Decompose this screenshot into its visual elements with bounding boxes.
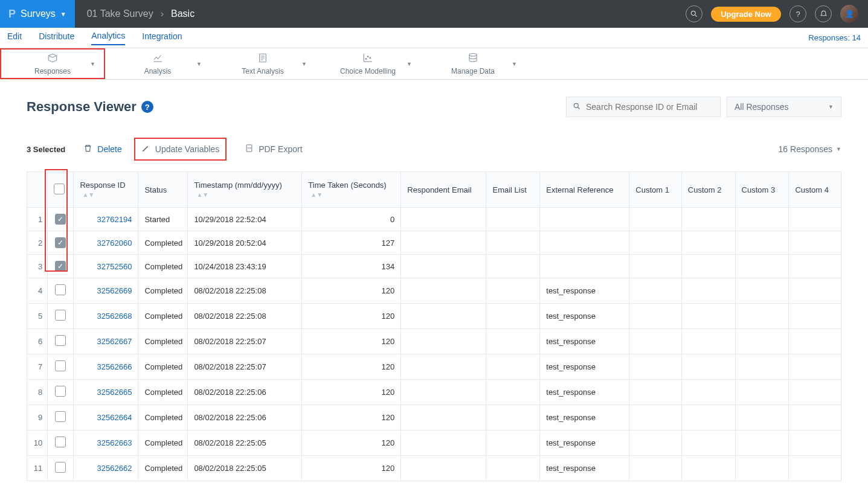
col-response-id[interactable]: Response ID▲▼ [74,172,138,208]
sort-icon: ▲▼ [196,193,208,196]
col-custom4[interactable]: Custom 4 [789,172,841,208]
tab-distribute[interactable]: Distribute [39,31,74,45]
cell-external-ref: test_response [540,304,629,329]
col-respondent-email[interactable]: Respondent Email [401,172,486,208]
bell-icon[interactable] [815,5,832,22]
col-email-list[interactable]: Email List [486,172,540,208]
cell-respondent-email [401,329,486,354]
row-checkbox[interactable] [55,411,66,422]
row-number: 7 [27,354,48,380]
row-checkbox[interactable] [55,386,66,397]
tool-label: Analysis [144,67,172,75]
cell-email-list [486,456,540,481]
cell-custom1 [629,208,682,231]
analytics-toolbar: Responses ▼ Analysis ▼ Text Analysis ▼ C… [0,48,868,80]
cell-custom3 [735,329,789,354]
tool-choice-modelling[interactable]: Choice Modelling ▼ [315,48,420,79]
cell-timestamp: 08/02/2018 22:25:07 [188,329,302,354]
tool-analysis[interactable]: Analysis ▼ [105,48,210,79]
breadcrumb-main[interactable]: 01 Take Survey [87,8,153,19]
cell-custom1 [629,380,682,405]
col-status[interactable]: Status [138,172,188,208]
cell-email-list [486,208,540,231]
cell-custom2 [681,456,735,481]
help-icon[interactable]: ? [789,5,806,22]
search-input[interactable] [586,102,714,112]
svg-point-10 [574,103,578,107]
response-id-link[interactable]: 32762194 [74,208,138,231]
row-number: 2 [27,231,48,255]
action-label: Delete [97,144,121,154]
search-icon[interactable] [686,5,702,22]
col-external-ref[interactable]: External Reference [540,172,629,208]
cell-external-ref: test_response [540,430,629,456]
response-id-link[interactable]: 32562662 [74,456,138,481]
svg-line-1 [695,15,697,17]
row-number: 5 [27,304,48,329]
response-id-link[interactable]: 32562669 [74,278,138,304]
cell-custom2 [681,231,735,255]
row-checkbox[interactable]: ✓ [55,237,66,248]
response-id-link[interactable]: 32752560 [74,255,138,278]
cell-custom1 [629,430,682,456]
row-checkbox[interactable] [55,310,66,321]
responses-count-link[interactable]: Responses: 14 [808,33,861,42]
tab-edit[interactable]: Edit [7,31,22,45]
help-icon[interactable]: ? [141,101,153,113]
pdf-export-button[interactable]: PDF PDF Export [245,144,302,155]
breadcrumb-current: Basic [171,8,194,19]
page-title: Response Viewer [27,99,137,115]
row-checkbox[interactable] [55,462,66,473]
row-checkbox[interactable]: ✓ [55,214,66,225]
cell-custom1 [629,278,682,304]
update-variables-button[interactable]: Update Variables [134,138,227,161]
response-id-link[interactable]: 32762060 [74,231,138,255]
row-checkbox-cell: ✓ [48,208,74,231]
table-row: 732562666Completed08/02/2018 22:25:07120… [27,354,841,380]
responses-total-dropdown[interactable]: 16 Responses ▼ [779,144,841,154]
box-icon [47,53,59,65]
tool-label: Manage Data [451,67,495,75]
row-checkbox[interactable]: ✓ [55,261,66,272]
row-checkbox-cell [48,456,74,481]
col-custom3[interactable]: Custom 3 [735,172,789,208]
cell-status: Completed [138,456,188,481]
col-custom2[interactable]: Custom 2 [681,172,735,208]
row-checkbox[interactable] [55,284,66,295]
tab-integration[interactable]: Integration [142,31,182,45]
tool-manage-data[interactable]: Manage Data ▼ [420,48,526,79]
svg-line-11 [578,107,580,109]
response-id-link[interactable]: 32562668 [74,304,138,329]
tool-text-analysis[interactable]: Text Analysis ▼ [210,48,315,79]
col-time-taken[interactable]: Time Taken (Seconds)▲▼ [302,172,401,208]
action-label: PDF Export [259,144,302,154]
cell-custom1 [629,329,682,354]
delete-button[interactable]: Delete [83,144,121,155]
cell-custom3 [735,208,789,231]
avatar[interactable]: 👤 [840,5,858,23]
chevron-down-icon: ▼ [60,11,66,18]
cell-timestamp: 08/02/2018 22:25:07 [188,354,302,380]
cell-time-taken: 120 [302,430,401,456]
tool-responses[interactable]: Responses ▼ [0,48,105,79]
cell-custom2 [681,405,735,430]
row-checkbox[interactable] [55,335,66,346]
brand-dropdown[interactable]: P Surveys ▼ [0,0,75,28]
response-id-link[interactable]: 32562663 [74,430,138,456]
response-id-link[interactable]: 32562664 [74,405,138,430]
response-id-link[interactable]: 32562667 [74,329,138,354]
tab-analytics[interactable]: Analytics [91,31,125,45]
filter-dropdown[interactable]: All Responses ▼ [727,97,841,117]
col-timestamp[interactable]: Timestamp (mm/dd/yyyy)▲▼ [188,172,302,208]
document-icon [257,53,269,65]
cell-custom3 [735,430,789,456]
upgrade-button[interactable]: Upgrade Now [711,7,781,22]
table-row: 1132562662Completed08/02/2018 22:25:0512… [27,456,841,481]
response-id-link[interactable]: 32562665 [74,380,138,405]
col-custom1[interactable]: Custom 1 [629,172,682,208]
response-id-link[interactable]: 32562666 [74,354,138,380]
row-checkbox[interactable] [55,437,66,447]
table-row: 632562667Completed08/02/2018 22:25:07120… [27,329,841,354]
select-all-checkbox[interactable] [54,184,65,194]
row-checkbox[interactable] [55,360,66,371]
